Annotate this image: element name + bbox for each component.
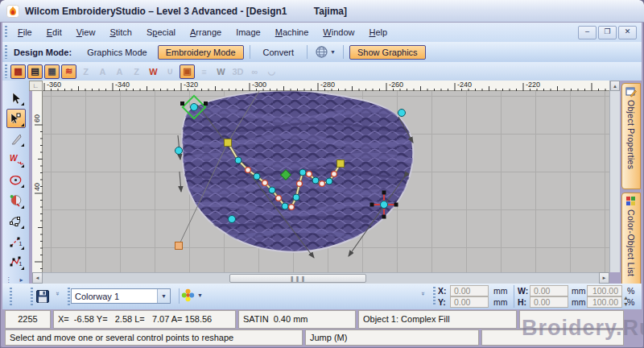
- svg-text:-300: -300: [252, 81, 266, 89]
- menu-window[interactable]: Window: [316, 25, 361, 39]
- minimize-button[interactable]: –: [578, 26, 597, 39]
- svg-text:-220: -220: [526, 81, 540, 89]
- applique-a-icon: A: [100, 67, 106, 77]
- save-colorway-button[interactable]: [33, 287, 52, 306]
- reshape-icon: [9, 112, 23, 126]
- applique-a-icon[interactable]: A: [95, 64, 110, 79]
- menu-edit[interactable]: Edit: [39, 25, 69, 39]
- menu-view[interactable]: View: [69, 25, 103, 39]
- scrollbar-thumb[interactable]: ❚❚❚: [229, 274, 366, 283]
- run-stitch-w-icon: W: [149, 67, 157, 77]
- closed-object-tool[interactable]: [6, 171, 26, 189]
- menu-image[interactable]: Image: [229, 25, 268, 39]
- backstitch-icon[interactable]: ∪: [163, 64, 178, 79]
- closed-line-tool[interactable]: 1: [6, 253, 26, 271]
- tatami-fill-icon: ▤: [31, 66, 39, 77]
- w-input[interactable]: 0.00: [530, 285, 568, 296]
- reshape-tool[interactable]: [6, 109, 26, 127]
- pattern-fill-icon[interactable]: ▣: [180, 64, 195, 79]
- colorway-select[interactable]: Colorway 1 ▼: [71, 288, 171, 304]
- ruler-origin-button[interactable]: ∟: [29, 81, 43, 91]
- graphics-mode-button[interactable]: Graphics Mode: [80, 46, 155, 59]
- scroll-up-icon[interactable]: ▲: [610, 81, 620, 91]
- mm-unit: mm: [572, 286, 586, 296]
- effect-3d-icon[interactable]: 3D: [230, 64, 246, 79]
- toolbar-grip[interactable]: [5, 26, 7, 39]
- direction-arrow: [180, 172, 181, 192]
- zigzag-stitch-icon[interactable]: Z: [78, 64, 93, 79]
- hatch-fill-icon[interactable]: W: [213, 64, 229, 79]
- applique-a-outline-icon: A: [117, 67, 123, 77]
- w-label: W:: [518, 286, 528, 296]
- convert-button[interactable]: Convert: [256, 46, 302, 59]
- machine-function: Jump (M): [305, 329, 479, 346]
- y-input[interactable]: 0.00: [450, 296, 489, 308]
- menu-arrange[interactable]: Arrange: [183, 25, 229, 39]
- applique-a-outline-icon[interactable]: A: [112, 64, 127, 79]
- scroll-left-icon[interactable]: ◄: [32, 272, 43, 284]
- toolbox-overflow-grip[interactable]: ⋮ ▸: [5, 276, 26, 284]
- tab-scroll-arrows[interactable]: ▲▼: [623, 295, 629, 308]
- menu-items: FileEditViewStitchSpecialArrangeImageMac…: [10, 25, 394, 39]
- horizontal-scrollbar[interactable]: ❚❚❚: [43, 272, 599, 284]
- restore-button[interactable]: ❐: [598, 26, 617, 39]
- menu-machine[interactable]: Machine: [268, 25, 316, 39]
- vertical-scrollbar[interactable]: ▲: [609, 81, 620, 272]
- toolbar-overflow-chevron[interactable]: »: [54, 292, 61, 295]
- select-tool[interactable]: [6, 89, 26, 107]
- toolbar-grip[interactable]: [10, 288, 12, 305]
- embroidery-mode-button[interactable]: Embroidery Mode: [158, 45, 244, 60]
- menu-stitch[interactable]: Stitch: [102, 25, 139, 39]
- run-stitch-w-icon[interactable]: W: [146, 64, 161, 79]
- svg-text:1: 1: [19, 261, 23, 267]
- contour-lines-icon: ≡: [201, 67, 206, 77]
- design-mode-label: Design Mode:: [14, 48, 72, 57]
- hoop-globe-button[interactable]: ▼: [312, 44, 339, 60]
- tab-color-object-list[interactable]: Color-Object List: [621, 193, 641, 291]
- stitch-run-tool[interactable]: W: [6, 150, 26, 168]
- menu-file[interactable]: File: [10, 25, 39, 39]
- complex-fill-icon: [9, 193, 23, 207]
- toolbox: W: [2, 81, 29, 284]
- separator: [307, 45, 308, 60]
- watermark: Broidery.Ru: [522, 316, 644, 341]
- scale-x-input[interactable]: 100.00: [587, 285, 622, 296]
- mm-unit: mm: [572, 297, 586, 307]
- close-button[interactable]: ✕: [618, 26, 637, 39]
- basket-icon[interactable]: ◡: [264, 64, 279, 79]
- palette-icon: [181, 288, 195, 302]
- h-input[interactable]: 0.00: [530, 296, 568, 308]
- satin-fill-icon[interactable]: ≋: [61, 64, 76, 79]
- design-canvas[interactable]: [43, 91, 609, 272]
- toolbar-grip[interactable]: [433, 287, 436, 306]
- open-line-tool[interactable]: 1: [6, 232, 26, 251]
- edge-node: [229, 216, 236, 223]
- colorway-palette-button[interactable]: ▼: [181, 288, 203, 302]
- knife-tool[interactable]: [6, 130, 26, 148]
- program-split-icon[interactable]: ▦: [44, 64, 60, 79]
- flexi-split-icon[interactable]: Z: [129, 64, 144, 79]
- tab-object-properties[interactable]: Object Properties: [621, 83, 641, 189]
- scale-y-input[interactable]: 100.00: [587, 296, 622, 308]
- stitch-toolbar: ▩▤▦≋ZAAZW∪▣≡W3D∞◡: [2, 62, 642, 81]
- show-graphics-button[interactable]: Show Graphics: [349, 45, 426, 60]
- toolbar-grip[interactable]: [5, 45, 7, 60]
- toolbar-grip[interactable]: [5, 64, 7, 77]
- complex-fill-tool[interactable]: [6, 191, 26, 209]
- menu-special[interactable]: Special: [139, 25, 183, 39]
- docked-panel-tabs: Object Properties Color-Object List: [620, 81, 642, 284]
- toolbar-grip[interactable]: [68, 288, 70, 305]
- x-input[interactable]: 0.00: [450, 285, 489, 296]
- program-split-icon: ▦: [47, 66, 56, 77]
- contour-lines-icon[interactable]: ≡: [196, 64, 212, 79]
- toolbar-overflow-chevron[interactable]: »: [419, 292, 427, 295]
- svg-text:-320: -320: [184, 81, 198, 89]
- chevron-down-icon[interactable]: ▼: [157, 289, 170, 303]
- reshape-object-tool[interactable]: [6, 212, 26, 230]
- menu-help[interactable]: Help: [361, 25, 394, 39]
- scroll-right-icon[interactable]: ►: [599, 272, 609, 284]
- tatami-fill-icon[interactable]: ▤: [27, 64, 43, 79]
- cross-stitch-fill-icon[interactable]: ▩: [10, 64, 26, 79]
- glasses-icon[interactable]: ∞: [247, 64, 262, 79]
- entry-point-handle: [225, 139, 232, 147]
